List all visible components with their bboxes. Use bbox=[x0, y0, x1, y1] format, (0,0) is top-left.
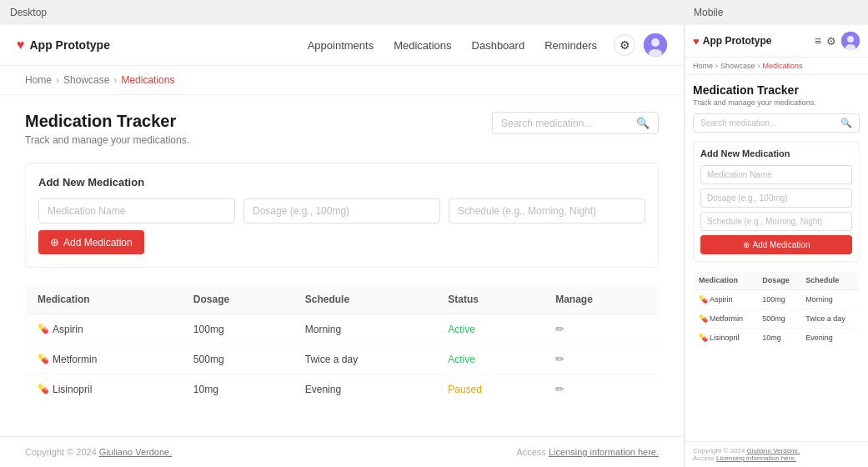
med-schedule: Twice a day bbox=[294, 344, 436, 374]
mobile-med-name: 💊Lisinopril bbox=[694, 329, 758, 348]
mobile-search-input[interactable] bbox=[700, 118, 837, 128]
schedule-input[interactable] bbox=[449, 198, 645, 223]
user-avatar[interactable] bbox=[644, 33, 667, 57]
mobile-page-title: Medication Tracker bbox=[693, 83, 860, 97]
med-schedule: Evening bbox=[294, 374, 436, 404]
mobile-medication-name-input[interactable] bbox=[700, 165, 852, 184]
med-status: Active bbox=[436, 314, 544, 344]
mobile-label: Mobile bbox=[684, 0, 868, 25]
mobile-table-row: 💊Aspirin 100mg Morning bbox=[694, 290, 860, 309]
desktop-navbar: ♥ App Prototype Appointments Medications… bbox=[0, 25, 684, 66]
med-name-cell: 💊 Lisinopril bbox=[26, 374, 182, 404]
pill-icon: 💊 bbox=[38, 384, 49, 394]
mobile-search-icon[interactable]: 🔍 bbox=[840, 118, 852, 128]
desktop-footer: Copyright © 2024 Giuliano Verdone. Acces… bbox=[0, 436, 684, 467]
mobile-license-link[interactable]: Licensing information here. bbox=[716, 454, 796, 462]
mobile-main: Medication Tracker Track and manage your… bbox=[685, 75, 868, 441]
footer-author-link[interactable]: Giuliano Verdone. bbox=[99, 447, 172, 457]
pill-icon: 💊 bbox=[38, 324, 49, 334]
mobile-brand-heart-icon: ♥ bbox=[693, 35, 700, 48]
mobile-med-dosage: 100mg bbox=[757, 290, 800, 309]
nav-medications[interactable]: Medications bbox=[394, 39, 451, 52]
add-medication-section: Add New Medication ⊕ Add Medication bbox=[25, 163, 659, 268]
mobile-add-medication-section: Add New Medication ⊕ Add Medication bbox=[693, 141, 860, 262]
med-dosage: 100mg bbox=[182, 314, 294, 344]
mobile-dosage-input[interactable] bbox=[700, 188, 852, 208]
footer-copyright: Copyright © 2024 Giuliano Verdone. bbox=[25, 447, 172, 457]
med-manage: ✏ bbox=[544, 314, 658, 344]
med-dosage: 10mg bbox=[182, 374, 294, 404]
med-manage: ✏ bbox=[544, 374, 658, 404]
med-name: Metformin bbox=[53, 354, 97, 365]
nav-dashboard[interactable]: Dashboard bbox=[472, 39, 525, 52]
mobile-med-dosage: 500mg bbox=[757, 309, 800, 329]
mobile-med-schedule: Evening bbox=[800, 329, 859, 348]
edit-icon[interactable]: ✏ bbox=[555, 353, 564, 365]
mobile-footer-author[interactable]: Giuliano Verdone. bbox=[747, 447, 800, 454]
mobile-navbar: ♥ App Prototype ≡ ⚙ bbox=[685, 25, 868, 58]
med-status: Paused bbox=[436, 374, 544, 404]
mobile-bc-home[interactable]: Home bbox=[693, 62, 713, 70]
page-title: Medication Tracker bbox=[25, 112, 189, 131]
mobile-user-avatar[interactable] bbox=[841, 32, 860, 50]
mobile-table-row: 💊Lisinopril 10mg Evening bbox=[694, 329, 860, 348]
dosage-input[interactable] bbox=[243, 198, 440, 223]
mobile-schedule-input[interactable] bbox=[700, 212, 852, 231]
edit-icon[interactable]: ✏ bbox=[555, 323, 564, 335]
nav-links: Appointments Medications Dashboard Remin… bbox=[308, 39, 597, 52]
page-title-block: Medication Tracker Track and manage your… bbox=[25, 112, 189, 146]
mobile-menu-icon[interactable]: ≡ bbox=[815, 34, 821, 48]
med-name-cell: 💊 Aspirin bbox=[26, 314, 182, 344]
breadcrumb-home[interactable]: Home bbox=[25, 74, 52, 86]
page-subtitle: Track and manage your medications. bbox=[25, 134, 189, 146]
page-header: Medication Tracker Track and manage your… bbox=[25, 112, 659, 146]
mobile-med-name: 💊Aspirin bbox=[694, 290, 758, 309]
brand-heart-icon: ♥ bbox=[17, 38, 25, 53]
desktop-label: Desktop bbox=[0, 0, 684, 25]
mobile-bc-showcase[interactable]: Showcase bbox=[720, 62, 755, 70]
breadcrumb-showcase[interactable]: Showcase bbox=[63, 74, 109, 86]
mobile-breadcrumb: Home › Showcase › Medications bbox=[685, 58, 868, 75]
search-input[interactable] bbox=[501, 118, 631, 129]
mobile-copyright-text: Copyright © 2024 bbox=[693, 447, 745, 454]
mobile-pill-icon: 💊 bbox=[699, 334, 708, 342]
med-schedule: Morning bbox=[294, 314, 436, 344]
search-icon[interactable]: 🔍 bbox=[636, 117, 650, 129]
mobile-pill-icon: 💊 bbox=[699, 295, 708, 304]
mobile-med-dosage: 10mg bbox=[757, 329, 800, 348]
nav-appointments[interactable]: Appointments bbox=[308, 39, 374, 52]
breadcrumb-sep-1: › bbox=[56, 74, 59, 86]
mobile-settings-icon[interactable]: ⚙ bbox=[826, 35, 836, 48]
mobile-add-medication-button[interactable]: ⊕ Add Medication bbox=[700, 235, 852, 254]
mobile-add-title: Add New Medication bbox=[700, 148, 852, 158]
settings-icon[interactable]: ⚙ bbox=[614, 34, 635, 56]
footer-license: Access Licensing information here. bbox=[516, 447, 659, 457]
mobile-device: ♥ App Prototype ≡ ⚙ Home › Showcase bbox=[684, 25, 868, 467]
edit-icon[interactable]: ✏ bbox=[555, 383, 564, 395]
mobile-table-row: 💊Metformin 500mg Twice a day bbox=[694, 309, 860, 329]
brand-name: App Prototype bbox=[30, 38, 110, 52]
nav-reminders[interactable]: Reminders bbox=[544, 39, 597, 52]
table-row: 💊 Lisinopril 10mg Evening Paused ✏ bbox=[26, 374, 659, 404]
col-schedule: Schedule bbox=[294, 285, 436, 314]
table-header-row: Medication Dosage Schedule Status Manage bbox=[26, 285, 659, 314]
svg-point-1 bbox=[651, 38, 660, 47]
medication-name-input[interactable] bbox=[38, 198, 235, 223]
breadcrumb-sep-2: › bbox=[113, 74, 117, 86]
footer-license-link[interactable]: Licensing information here. bbox=[549, 447, 659, 457]
footer-access-text: Access bbox=[516, 447, 545, 457]
pill-icon: 💊 bbox=[38, 354, 49, 364]
breadcrumb: Home › Showcase › Medications bbox=[0, 66, 684, 95]
search-bar: 🔍 bbox=[492, 112, 659, 134]
svg-point-4 bbox=[847, 36, 854, 43]
mobile-medications-table: Medication Dosage Schedule 💊Aspirin 100m… bbox=[693, 270, 860, 348]
table-row: 💊 Metformin 500mg Twice a day Active ✏ bbox=[26, 344, 659, 374]
copyright-text: Copyright © 2024 bbox=[25, 447, 97, 457]
col-status: Status bbox=[436, 285, 544, 314]
med-name: Lisinopril bbox=[53, 384, 92, 395]
add-form bbox=[38, 198, 645, 223]
breadcrumb-current: Medications bbox=[121, 74, 174, 86]
mobile-col-dosage: Dosage bbox=[757, 271, 800, 290]
mobile-med-schedule: Morning bbox=[800, 290, 859, 309]
add-medication-button[interactable]: ⊕ Add Medication bbox=[38, 230, 144, 254]
